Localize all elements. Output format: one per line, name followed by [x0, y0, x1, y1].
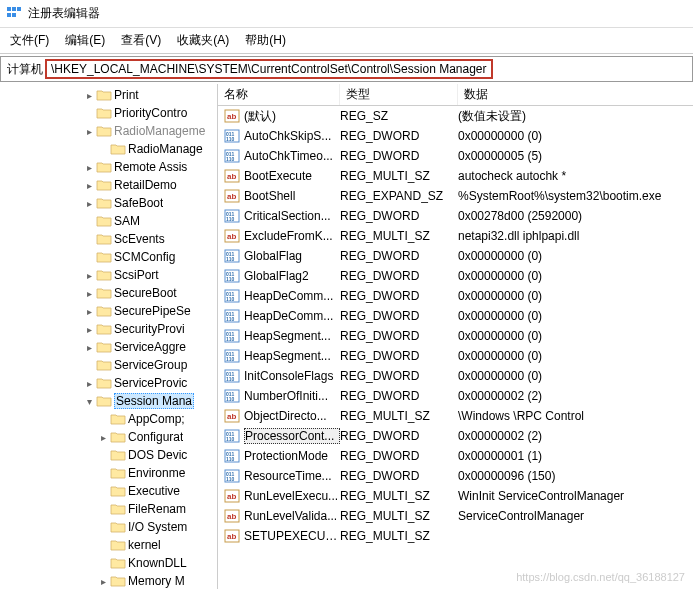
menu-file[interactable]: 文件(F) [4, 30, 55, 51]
value-type: REG_DWORD [340, 269, 458, 283]
string-value-icon: ab [224, 168, 240, 184]
list-row[interactable]: 011110ProcessorCont...REG_DWORD0x0000000… [218, 426, 693, 446]
tree-item[interactable]: ▾Session Mana [2, 392, 217, 410]
list-row[interactable]: 011110HeapDeComm...REG_DWORD0x00000000 (… [218, 286, 693, 306]
tree-item[interactable]: Environme [2, 464, 217, 482]
expand-icon[interactable]: ▾ [82, 396, 96, 407]
tree-item[interactable]: ▸Memory M [2, 572, 217, 589]
menu-favorites[interactable]: 收藏夹(A) [171, 30, 235, 51]
expand-icon[interactable]: ▸ [82, 342, 96, 353]
tree-item[interactable]: ▸ServiceProvic [2, 374, 217, 392]
tree-item[interactable]: SAM [2, 212, 217, 230]
value-name: GlobalFlag2 [244, 269, 340, 283]
tree-item[interactable]: DOS Devic [2, 446, 217, 464]
tree-item[interactable]: ▸ScsiPort [2, 266, 217, 284]
value-type: REG_DWORD [340, 129, 458, 143]
value-name: RunLevelValida... [244, 509, 340, 523]
tree-item[interactable]: ▸ServiceAggre [2, 338, 217, 356]
value-data: 0x00000000 (0) [458, 349, 693, 363]
list-row[interactable]: 011110ProtectionModeREG_DWORD0x00000001 … [218, 446, 693, 466]
tree-item[interactable]: ▸SafeBoot [2, 194, 217, 212]
expand-icon[interactable]: ▸ [82, 324, 96, 335]
list-row[interactable]: 011110NumberOfIniti...REG_DWORD0x0000000… [218, 386, 693, 406]
svg-text:110: 110 [226, 216, 235, 222]
col-type[interactable]: 类型 [340, 84, 458, 105]
list-row[interactable]: 011110ResourceTime...REG_DWORD0x00000096… [218, 466, 693, 486]
col-data[interactable]: 数据 [458, 84, 693, 105]
folder-icon [96, 322, 112, 336]
tree-item[interactable]: ▸Configurat [2, 428, 217, 446]
expand-icon[interactable]: ▸ [82, 162, 96, 173]
value-type: REG_MULTI_SZ [340, 529, 458, 543]
svg-text:110: 110 [226, 396, 235, 402]
value-type: REG_MULTI_SZ [340, 229, 458, 243]
list-row[interactable]: 011110AutoChkSkipS...REG_DWORD0x00000000… [218, 126, 693, 146]
expand-icon[interactable]: ▸ [82, 270, 96, 281]
folder-icon [96, 196, 112, 210]
list-row[interactable]: abBootShellREG_EXPAND_SZ%SystemRoot%\sys… [218, 186, 693, 206]
svg-text:ab: ab [227, 492, 236, 501]
list-row[interactable]: ab(默认)REG_SZ(数值未设置) [218, 106, 693, 126]
addressbar[interactable]: 计算机 \HKEY_LOCAL_MACHINE\SYSTEM\CurrentCo… [0, 56, 693, 82]
value-name: HeapDeComm... [244, 289, 340, 303]
list-row[interactable]: abExcludeFromK...REG_MULTI_SZnetapi32.dl… [218, 226, 693, 246]
addressbar-path[interactable]: \HKEY_LOCAL_MACHINE\SYSTEM\CurrentContro… [45, 59, 493, 79]
col-name[interactable]: 名称 [218, 84, 340, 105]
value-data: 0x00000005 (5) [458, 149, 693, 163]
tree-item[interactable]: FileRenam [2, 500, 217, 518]
tree-item[interactable]: ScEvents [2, 230, 217, 248]
expand-icon[interactable]: ▸ [82, 198, 96, 209]
tree-item[interactable]: I/O System [2, 518, 217, 536]
tree-item[interactable]: SCMConfig [2, 248, 217, 266]
expand-icon[interactable]: ▸ [96, 576, 110, 587]
list-row[interactable]: 011110CriticalSection...REG_DWORD0x00278… [218, 206, 693, 226]
tree-item-label: kernel [128, 538, 161, 552]
expand-icon[interactable]: ▸ [82, 180, 96, 191]
expand-icon[interactable]: ▸ [82, 306, 96, 317]
tree-item[interactable]: Executive [2, 482, 217, 500]
tree-item[interactable]: ▸SecurePipeSe [2, 302, 217, 320]
folder-icon [96, 250, 112, 264]
tree-item[interactable]: ServiceGroup [2, 356, 217, 374]
list-row[interactable]: 011110HeapSegment...REG_DWORD0x00000000 … [218, 346, 693, 366]
expand-icon[interactable]: ▸ [82, 288, 96, 299]
tree-item[interactable]: ▸Remote Assis [2, 158, 217, 176]
list-row[interactable]: 011110GlobalFlag2REG_DWORD0x00000000 (0) [218, 266, 693, 286]
tree-item[interactable]: ▸RetailDemo [2, 176, 217, 194]
list-row[interactable]: abRunLevelValida...REG_MULTI_SZServiceCo… [218, 506, 693, 526]
menu-view[interactable]: 查看(V) [115, 30, 167, 51]
tree-pane[interactable]: ▸PrintPriorityContro▸RadioManagemeRadioM… [0, 84, 218, 589]
folder-icon [110, 520, 126, 534]
tree-item[interactable]: PriorityContro [2, 104, 217, 122]
menu-edit[interactable]: 编辑(E) [59, 30, 111, 51]
expand-icon[interactable]: ▸ [96, 432, 110, 443]
list-row[interactable]: abBootExecuteREG_MULTI_SZautocheck autoc… [218, 166, 693, 186]
tree-item[interactable]: AppComp; [2, 410, 217, 428]
binary-value-icon: 011110 [224, 208, 240, 224]
tree-item-label: RadioManage [128, 142, 203, 156]
tree-item[interactable]: RadioManage [2, 140, 217, 158]
list-row[interactable]: 011110AutoChkTimeo...REG_DWORD0x00000005… [218, 146, 693, 166]
tree-item[interactable]: ▸SecureBoot [2, 284, 217, 302]
list-row[interactable]: abObjectDirecto...REG_MULTI_SZ\Windows \… [218, 406, 693, 426]
tree-item[interactable]: ▸RadioManageme [2, 122, 217, 140]
expand-icon[interactable]: ▸ [82, 126, 96, 137]
tree-item[interactable]: ▸SecurityProvi [2, 320, 217, 338]
list-row[interactable]: 011110InitConsoleFlagsREG_DWORD0x0000000… [218, 366, 693, 386]
svg-rect-3 [7, 13, 11, 17]
addressbar-label: 计算机 [5, 61, 45, 78]
list-row[interactable]: abRunLevelExecu...REG_MULTI_SZWinInit Se… [218, 486, 693, 506]
list-row[interactable]: 011110GlobalFlagREG_DWORD0x00000000 (0) [218, 246, 693, 266]
value-name: AutoChkSkipS... [244, 129, 340, 143]
list-row[interactable]: 011110HeapDeComm...REG_DWORD0x00000000 (… [218, 306, 693, 326]
expand-icon[interactable]: ▸ [82, 378, 96, 389]
menu-help[interactable]: 帮助(H) [239, 30, 292, 51]
tree-item[interactable]: ▸Print [2, 86, 217, 104]
list-row[interactable]: abSETUPEXECUTEREG_MULTI_SZ [218, 526, 693, 546]
list-row[interactable]: 011110HeapSegment...REG_DWORD0x00000000 … [218, 326, 693, 346]
expand-icon[interactable]: ▸ [82, 90, 96, 101]
list-pane[interactable]: 名称 类型 数据 ab(默认)REG_SZ(数值未设置)011110AutoCh… [218, 84, 693, 589]
folder-icon [96, 286, 112, 300]
tree-item[interactable]: KnownDLL [2, 554, 217, 572]
tree-item[interactable]: kernel [2, 536, 217, 554]
